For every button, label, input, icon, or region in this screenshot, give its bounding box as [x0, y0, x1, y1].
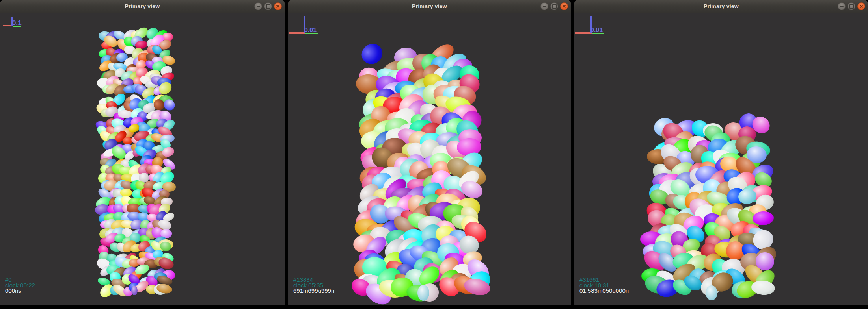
minimize-icon — [840, 6, 844, 7]
maximize-icon — [849, 4, 854, 9]
window-primary-view-2: Primary view 0.01 #13834 clock 05:35 691… — [288, 0, 571, 305]
maximize-button[interactable] — [848, 2, 855, 10]
sim-info-overlay: #0 clock 00:22 000ns — [5, 277, 35, 294]
particle — [131, 286, 138, 295]
simtime-label: 691m699u999n — [293, 288, 334, 294]
minimize-button[interactable] — [254, 2, 262, 10]
particle — [706, 285, 717, 300]
close-button[interactable] — [857, 2, 865, 10]
maximize-button[interactable] — [264, 2, 272, 10]
window-titlebar[interactable]: Primary view — [574, 0, 868, 13]
particle — [358, 40, 386, 68]
sim-info-overlay: #13834 clock 05:35 691m699u999n — [293, 277, 334, 294]
maximize-button[interactable] — [550, 2, 558, 10]
window-titlebar[interactable]: Primary view — [0, 0, 285, 13]
window-controls — [254, 2, 282, 10]
minimize-icon — [257, 6, 260, 7]
close-button[interactable] — [274, 2, 282, 10]
particle-pile — [0, 13, 285, 305]
axis-x-line — [289, 32, 305, 34]
particle-pile — [288, 13, 571, 305]
maximize-icon — [266, 4, 270, 9]
window-title: Primary view — [125, 3, 160, 9]
minimize-button[interactable] — [838, 2, 846, 10]
close-icon — [859, 4, 864, 9]
desktop: Primary view 0.1 #0 clock 00:22 000ns — [0, 0, 868, 309]
scale-label: 0.01 — [590, 27, 603, 34]
window-title: Primary view — [412, 3, 447, 9]
window-titlebar[interactable]: Primary view — [288, 0, 571, 13]
particle-pile — [574, 13, 868, 305]
window-controls — [838, 2, 865, 10]
close-icon — [276, 4, 280, 9]
maximize-icon — [552, 4, 557, 9]
sim-info-overlay: #31661 clock 10:31 01.583m050u000n — [579, 277, 629, 294]
window-primary-view-1: Primary view 0.1 #0 clock 00:22 000ns — [0, 0, 285, 305]
particle — [417, 285, 429, 301]
viewport-3d[interactable]: 0.01 #31661 clock 10:31 01.583m050u000n — [574, 13, 868, 305]
window-primary-view-3: Primary view 0.01 #31661 clock 10:31 01.… — [574, 0, 868, 305]
viewport-3d[interactable]: 0.01 #13834 clock 05:35 691m699u999n — [288, 13, 571, 305]
simtime-label: 01.583m050u000n — [579, 288, 629, 294]
close-button[interactable] — [560, 2, 568, 10]
viewport-3d[interactable]: 0.1 #0 clock 00:22 000ns — [0, 13, 285, 305]
axis-x-line — [575, 32, 592, 34]
scale-label: 0.1 — [12, 19, 22, 27]
simtime-label: 000ns — [5, 288, 35, 294]
axis-x-line — [3, 25, 12, 26]
scale-label: 0.01 — [304, 27, 317, 34]
minimize-icon — [543, 6, 546, 7]
window-controls — [540, 2, 568, 10]
minimize-button[interactable] — [540, 2, 548, 10]
close-icon — [562, 4, 566, 9]
window-title: Primary view — [704, 3, 739, 9]
